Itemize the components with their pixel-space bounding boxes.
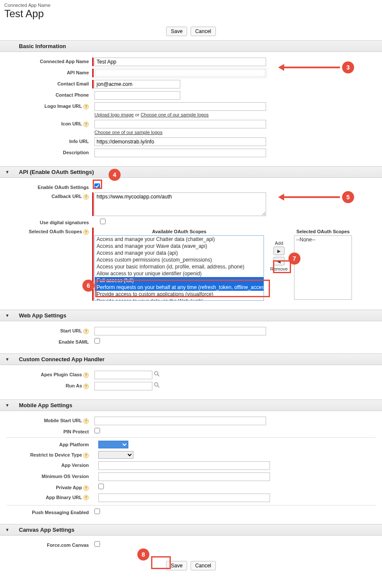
app-platform-select[interactable] (98, 441, 128, 448)
label-app-binary: App Binary URL (46, 495, 82, 500)
choose-icon-link[interactable]: Choose one of our sample logos (94, 130, 162, 135)
label-callback-url: Callback URL (52, 194, 82, 199)
help-icon[interactable]: ? (83, 194, 89, 200)
chevron-down-icon[interactable]: ▼ (4, 527, 10, 532)
add-scope-button[interactable]: ▶ (273, 247, 285, 255)
label-contact-phone: Contact Phone (0, 91, 92, 100)
scope-item[interactable]: Access and manage your Wave data (wave_a… (95, 243, 264, 250)
help-icon[interactable]: ? (83, 453, 89, 458)
arrow-3 (284, 67, 340, 68)
upload-logo-link[interactable]: Upload logo image (94, 112, 134, 117)
label-enable-oauth: Enable OAuth Settings (0, 183, 92, 190)
required-marker (92, 192, 94, 216)
cancel-button[interactable]: Cancel (191, 27, 216, 36)
app-version-input[interactable] (98, 461, 270, 470)
help-icon[interactable]: ? (83, 329, 89, 334)
divider (6, 505, 376, 506)
label-app-version: App Version (0, 461, 92, 470)
app-binary-input[interactable] (98, 494, 270, 502)
scope-transfer-buttons: Add ▶ ◀ Remove (264, 228, 294, 271)
section-title-mobile: Mobile App Settings (19, 402, 72, 408)
private-app-checkbox[interactable] (98, 484, 104, 489)
chevron-down-icon[interactable]: ▼ (4, 403, 10, 408)
required-marker (92, 58, 94, 66)
restrict-device-select[interactable] (98, 451, 133, 459)
selected-scopes-list[interactable]: --None-- (294, 235, 352, 300)
chevron-down-icon[interactable]: ▼ (4, 313, 10, 318)
scope-item[interactable]: Provide access to your data via the Web … (95, 298, 264, 300)
label-mobile-start-url: Mobile Start URL (44, 418, 82, 423)
start-url-input[interactable] (94, 327, 266, 335)
label-run-as: Run As (66, 383, 82, 388)
help-icon[interactable]: ? (83, 122, 89, 127)
page-header: Connected App Name Test App (0, 0, 382, 22)
help-icon[interactable]: ? (83, 418, 89, 424)
api-name-input[interactable] (94, 69, 266, 77)
mobile-start-url-input[interactable] (94, 417, 266, 425)
contact-phone-input[interactable] (94, 91, 180, 100)
help-icon[interactable]: ? (83, 372, 89, 378)
label-selected-scopes: Selected OAuth Scopes (29, 229, 82, 234)
help-icon[interactable]: ? (83, 104, 89, 110)
scope-item[interactable]: Allow access to your unique identifier (… (95, 270, 264, 277)
digital-signatures-checkbox[interactable] (100, 219, 106, 224)
chevron-down-icon[interactable]: ▼ (4, 170, 10, 174)
push-msg-checkbox[interactable] (94, 509, 100, 514)
scope-item[interactable]: Access and manage your Chatter data (cha… (95, 236, 264, 243)
label-digital-sig: Use digital signatures (0, 219, 92, 225)
label-push-msg: Push Messaging Enabled (0, 509, 92, 515)
help-icon[interactable]: ? (83, 485, 89, 491)
section-title-api: API (Enable OAuth Settings) (19, 169, 94, 175)
section-body-mobile: Mobile Start URL? PIN Protect App Platfo… (0, 411, 382, 524)
apex-plugin-input[interactable] (94, 371, 152, 379)
section-title-web: Web App Settings (19, 312, 67, 319)
section-header-canvas: ▼ Canvas App Settings (0, 524, 382, 536)
chevron-down-icon[interactable]: ▼ (4, 357, 10, 362)
label-apex-plugin: Apex Plugin Class (41, 372, 82, 377)
section-body-handler: Apex Plugin Class? Run As? (0, 365, 382, 399)
help-icon[interactable]: ? (83, 229, 89, 235)
label-description: Description (0, 149, 92, 157)
callback-url-textarea[interactable]: https://www.mycoolapp.com/auth (94, 192, 266, 216)
run-as-input[interactable] (94, 382, 152, 390)
scope-item[interactable]: Perform requests on your behalf at any t… (95, 284, 264, 291)
callout-3: 3 (342, 61, 354, 73)
label-force-canvas: Force.com Canvas (0, 541, 92, 548)
enable-oauth-checkbox[interactable] (94, 183, 100, 189)
save-button[interactable]: Save (166, 27, 187, 36)
info-url-input[interactable] (94, 137, 266, 146)
section-header-api: ▼ API (Enable OAuth Settings) (0, 166, 382, 178)
save-button[interactable]: Save (166, 561, 187, 570)
icon-url-input[interactable] (94, 120, 266, 128)
help-icon[interactable]: ? (83, 495, 89, 500)
scope-item[interactable]: Access custom permissions (custom_permis… (95, 256, 264, 263)
choose-logo-link[interactable]: Choose one of our sample logos (141, 112, 209, 117)
label-api-name: API Name (0, 69, 92, 77)
min-os-input[interactable] (98, 472, 270, 481)
cancel-button[interactable]: Cancel (191, 561, 216, 570)
remove-scope-button[interactable]: ◀ (273, 257, 285, 265)
scope-item[interactable]: Full access (full) (95, 277, 264, 284)
lookup-icon[interactable] (154, 371, 161, 378)
logo-url-input[interactable] (94, 102, 266, 111)
callout-5: 5 (342, 191, 354, 203)
scope-item[interactable]: Access your basic information (id, profi… (95, 263, 264, 270)
force-canvas-checkbox[interactable] (94, 541, 100, 547)
label-private-app: Private App (56, 485, 82, 490)
svg-line-1 (158, 375, 159, 376)
section-body-web: Start URL? Enable SAML (0, 321, 382, 353)
callout-4: 4 (109, 169, 121, 181)
connected-app-name-input[interactable] (94, 58, 266, 66)
scope-item[interactable]: Provide access to custom applications (v… (95, 291, 264, 298)
pin-protect-checkbox[interactable] (94, 428, 100, 433)
help-icon[interactable]: ? (83, 384, 89, 389)
lookup-icon[interactable] (154, 382, 161, 389)
contact-email-input[interactable] (94, 80, 180, 88)
scope-item-none: --None-- (296, 237, 350, 243)
section-header-handler: ▼ Custom Connected App Handler (0, 353, 382, 365)
available-scopes-list[interactable]: Access and manage your Chatter data (cha… (94, 235, 264, 301)
label-min-os: Minimum OS Version (0, 472, 92, 481)
description-input[interactable] (94, 149, 266, 157)
enable-saml-checkbox[interactable] (94, 338, 100, 344)
scope-item[interactable]: Access and manage your data (api) (95, 250, 264, 256)
